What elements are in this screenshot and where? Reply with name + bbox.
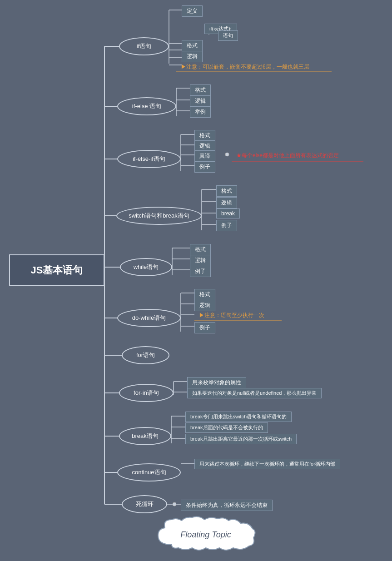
oval-forin: for-in语句 — [119, 384, 174, 402]
branch-if-logic: 逻辑 — [182, 51, 203, 62]
branch-ifelse-example: 举例 — [190, 106, 211, 118]
oval-switch: switch语句和break语句 — [116, 207, 202, 225]
oval-continue-label: continue语句 — [132, 468, 166, 477]
mindmap-container: JS基本语句 if语句 定义 if(表达式){ 语句 格式 逻辑 ▶注意：可以嵌… — [0, 0, 392, 561]
oval-if: if语句 — [119, 37, 169, 55]
branch-forin-1: 用来枚举对象的属性 — [187, 377, 246, 388]
branch-ifelseif-example: 例子 — [194, 161, 215, 173]
oval-forin-label: for-in语句 — [134, 389, 159, 397]
oval-ifelseif: if-else-if语句 — [117, 150, 181, 168]
floating-topic: Floating Topic — [154, 515, 258, 554]
oval-deadloop-label: 死循环 — [136, 500, 154, 508]
svg-point-54 — [173, 502, 176, 506]
note-if: ▶注意：可以嵌套，嵌套不要超过6层，一般也就三层 — [176, 62, 314, 72]
branch-ifelseif-format: 格式 — [194, 130, 215, 141]
oval-break: break语句 — [119, 427, 171, 445]
branch-dowhile-format: 格式 — [194, 289, 215, 300]
branch-switch-format: 格式 — [216, 185, 237, 197]
branch-ifelseif-truth: 真谛 — [194, 150, 215, 162]
svg-point-53 — [225, 153, 229, 156]
branch-while-example: 例子 — [190, 266, 211, 277]
branch-switch-example: 例子 — [216, 220, 237, 231]
branch-if-format-code2: 语句 — [218, 30, 238, 41]
oval-dowhile-label: do-while语句 — [132, 314, 166, 322]
branch-dowhile-example: 例子 — [194, 322, 215, 333]
branch-continue-1: 用来跳过本次循环，继续下一次循环的，通常用在for循环内部 — [194, 459, 340, 469]
branch-switch-break: break — [216, 209, 240, 218]
oval-switch-label: switch语句和break语句 — [129, 212, 189, 220]
oval-while-label: while语句 — [134, 263, 159, 271]
branch-switch-logic: 逻辑 — [216, 197, 237, 209]
branch-if-define: 定义 — [182, 5, 203, 17]
floating-topic-text: Floating Topic — [180, 530, 231, 540]
branch-break-1: break专门用来跳出switch语句和循环语句的 — [185, 412, 292, 422]
branch-dowhile-logic: 逻辑 — [194, 300, 215, 311]
branch-ifelse-format: 格式 — [190, 84, 211, 96]
oval-deadloop: 死循环 — [122, 495, 167, 513]
branch-forin-2: 如果要迭代的对象是null或者是undefined，那么抛出异常 — [187, 388, 322, 398]
branch-if-format: 格式 — [182, 40, 203, 51]
oval-ifelse-label: if-else 语句 — [132, 102, 161, 110]
oval-for-label: for语句 — [136, 351, 155, 359]
branch-break-2: break后面的代码是不会被执行的 — [185, 422, 268, 433]
note-ifelseif: ★每个else都是对他上面所有表达式的否定 — [232, 150, 343, 161]
branch-while-logic: 逻辑 — [190, 255, 211, 266]
branch-break-3: break只跳出距离它最近的那一次循环或switch — [185, 434, 297, 444]
branch-ifelse-logic: 逻辑 — [190, 95, 211, 107]
oval-for: for语句 — [122, 346, 169, 364]
oval-ifelseif-label: if-else-if语句 — [133, 155, 165, 163]
branch-while-format: 格式 — [190, 244, 211, 255]
oval-while: while语句 — [120, 258, 172, 276]
central-node: JS基本语句 — [9, 254, 104, 286]
central-label: JS基本语句 — [31, 263, 83, 277]
oval-continue: continue语句 — [117, 463, 181, 482]
oval-break-label: break语句 — [132, 432, 159, 440]
note-dowhile: ▶注意：语句至少执行一次 — [194, 310, 269, 321]
branch-deadloop-1: 条件始终为真，循环永远不会结束 — [181, 500, 273, 511]
oval-dowhile: do-while语句 — [117, 309, 181, 327]
oval-if-label: if语句 — [137, 42, 152, 50]
oval-ifelse: if-else 语句 — [117, 97, 176, 115]
